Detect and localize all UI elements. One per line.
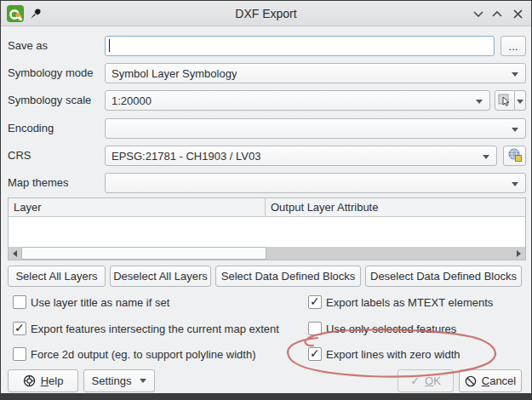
chevron-down-icon (512, 72, 518, 77)
option-export-features-intersecting[interactable]: ✓ Export features intersecting the curre… (13, 321, 279, 336)
map-pointer-icon[interactable] (495, 90, 515, 111)
deselect-all-layers-button[interactable]: Deselect All Layers (110, 266, 211, 287)
crs-label: CRS (8, 149, 31, 163)
chevron-down-icon (512, 182, 518, 186)
qgis-logo-icon[interactable] (7, 5, 24, 26)
encoding-label: Encoding (8, 122, 54, 135)
chevron-down-icon (140, 379, 146, 383)
chevron-down-icon (476, 100, 483, 104)
save-as-label: Save as (8, 39, 48, 53)
column-header-layer[interactable]: Layer (9, 198, 266, 216)
scale-options-dropdown[interactable] (515, 90, 526, 111)
map-themes-select[interactable] (105, 173, 526, 193)
select-data-defined-blocks-button[interactable]: Select Data Defined Blocks (215, 266, 361, 287)
option-use-only-selected[interactable]: Use only selected features (308, 321, 456, 336)
select-all-layers-button[interactable]: Select All Layers (8, 266, 106, 287)
column-header-output-layer-attribute[interactable]: Output Layer Attribute (266, 198, 525, 216)
horizontal-scrollbar[interactable] (9, 247, 525, 260)
option-force-2d-output[interactable]: Force 2d output (eg. to support polyline… (13, 346, 255, 362)
text-cursor (109, 39, 110, 52)
cancel-prohibition-icon (465, 375, 477, 387)
symbology-mode-label: Symbology mode (8, 66, 93, 80)
deselect-data-defined-blocks-button[interactable]: Deselect Data Defined Blocks (365, 266, 522, 287)
chevron-down-icon (483, 155, 489, 159)
chevron-down-icon (517, 100, 523, 104)
dxf-export-dialog: DXF Export Save as ... Symbology mode Sy… (0, 0, 532, 394)
option-export-lines-zero-width[interactable]: ✓ Export lines with zero width (308, 346, 460, 362)
close-window-icon[interactable] (509, 6, 526, 21)
symbology-scale-select[interactable]: 1:20000 (105, 90, 490, 111)
checkbox[interactable]: ✓ (13, 322, 26, 335)
scroll-right-icon[interactable] (512, 247, 525, 260)
checkbox[interactable] (13, 347, 26, 361)
map-themes-label: Map themes (8, 176, 69, 190)
checkbox[interactable]: ✓ (308, 295, 322, 309)
globe-edit-icon (507, 147, 523, 165)
maximize-window-icon[interactable] (489, 6, 506, 21)
browse-button[interactable]: ... (501, 36, 526, 56)
chevron-down-icon (512, 128, 518, 132)
scroll-left-icon[interactable] (9, 247, 21, 260)
option-export-labels-mtext[interactable]: ✓ Export labels as MTEXT elements (308, 294, 493, 310)
cancel-button[interactable]: Cancel (459, 369, 522, 392)
shade-window-icon[interactable] (470, 6, 487, 21)
checkbox[interactable]: ✓ (308, 347, 322, 361)
encoding-select[interactable] (105, 118, 526, 139)
symbology-mode-select[interactable]: Symbol Layer Symbology (105, 63, 526, 83)
checkbox[interactable] (308, 322, 322, 335)
window-title: DXF Export (235, 7, 296, 20)
titlebar[interactable]: DXF Export (1, 1, 531, 26)
crs-select[interactable]: EPSG:21781 - CH1903 / LV03 (105, 146, 497, 166)
scale-from-map-button[interactable] (495, 90, 526, 111)
pin-icon[interactable] (30, 8, 42, 23)
option-use-layer-title[interactable]: Use layer title as name if set (13, 294, 169, 310)
ok-button[interactable]: ✓ OK (398, 369, 454, 392)
layers-table: Layer Output Layer Attribute (8, 197, 526, 260)
checkbox[interactable] (13, 295, 26, 309)
check-icon: ✓ (410, 374, 420, 387)
settings-button[interactable]: Settings (83, 369, 155, 392)
help-button[interactable]: Help (8, 369, 78, 392)
symbology-scale-label: Symbology scale (8, 94, 91, 107)
crs-picker-button[interactable] (503, 146, 526, 166)
help-buoy-icon (23, 374, 36, 387)
scrollbar-thumb[interactable] (21, 247, 266, 260)
save-as-input[interactable] (105, 36, 495, 56)
table-header: Layer Output Layer Attribute (9, 198, 525, 217)
